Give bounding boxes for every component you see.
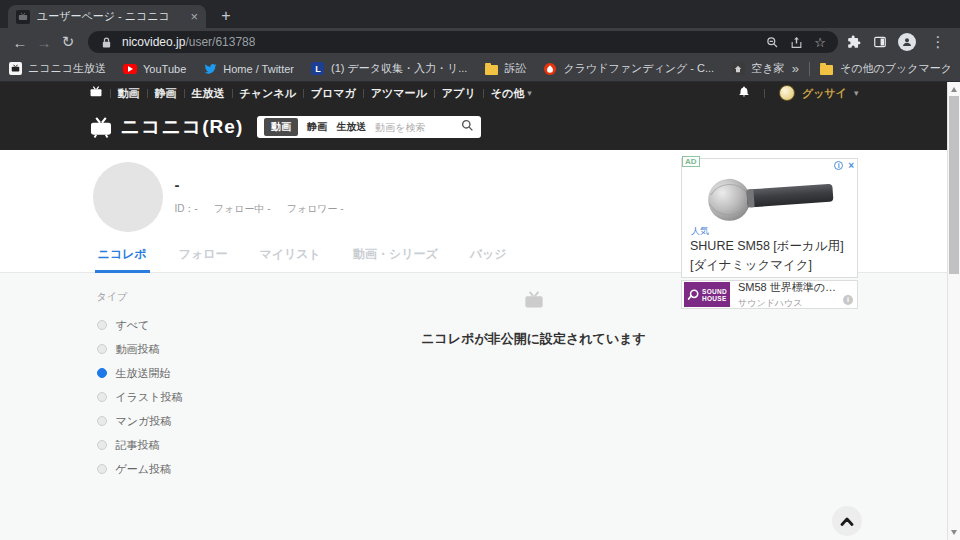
tab-follow[interactable]: フォロー [176,246,231,273]
new-tab-button[interactable]: + [216,6,236,26]
url-host: nicovideo.jp [122,35,185,49]
bookmark-nico-live[interactable]: ニコニコ生放送 [8,61,106,76]
search-tab-seiga[interactable]: 静画 [307,120,327,134]
browser-profile-avatar[interactable] [898,33,916,51]
ad-unit: 人気 SHURE SM58 [ボーカル用] [ダイナミックマイク] AD i ×… [681,158,858,309]
address-bar[interactable]: nicovideo.jp/user/613788 ☆ [88,31,838,53]
nav-other-caret-icon: ▾ [527,88,532,98]
ad-close-icon[interactable]: × [848,161,854,170]
ad-product-text[interactable]: SM58 世界標準の… [738,280,836,295]
adchoices-icon[interactable]: i [843,295,853,305]
filter-option-video-post[interactable]: 動画投稿 [97,337,183,361]
browser-menu-kebab-icon[interactable]: ⋮ [926,30,950,54]
profile-following[interactable]: フォロー中 - [214,202,271,216]
nav-atsumaru[interactable]: アツマール [371,86,427,101]
profile-tabs: ニコレポ フォロー マイリスト 動画・シリーズ バッジ [95,246,510,273]
filter-option-live-start[interactable]: 生放送開始 [97,361,183,385]
nico-tv-icon[interactable] [89,84,103,102]
nico-header: 動画 静画 生放送 チャンネル ブロマガ アツマール アプリ その他 ▾ グッサ… [0,82,947,150]
ad-tag[interactable]: 人気 [691,225,709,238]
tab-title: ユーザーページ - ニコニコ [37,9,183,24]
radio-icon[interactable] [97,440,107,450]
scrollbar-down-arrow-icon[interactable] [951,530,957,535]
ad-title-line2[interactable]: [ダイナミックマイク] [690,257,812,274]
scroll-to-top-button[interactable] [832,506,862,536]
profile-id: ID：- [175,202,198,216]
notification-bell-icon[interactable] [738,84,750,102]
folder-icon [484,62,498,76]
filter-option-game-post[interactable]: ゲーム投稿 [97,457,183,481]
share-icon[interactable] [788,34,804,50]
search-tab-live[interactable]: 生放送 [336,120,366,134]
tab-badge[interactable]: バッジ [467,246,510,273]
filter-option-illust-post[interactable]: イラスト投稿 [97,385,183,409]
extensions-puzzle-icon[interactable] [846,34,862,50]
nav-live[interactable]: 生放送 [192,86,225,101]
back-button[interactable]: ← [8,30,32,54]
bookmark-data-entry[interactable]: L (1) データ収集・入力・リ... [311,61,467,76]
tab-mylist[interactable]: マイリスト [256,246,323,273]
bookmark-akiya[interactable]: 空き家ゲートウェイ｜YA... [731,61,784,76]
campfire-icon [543,62,557,76]
forward-button[interactable]: → [32,30,56,54]
ad-product: SM58 世界標準の… サウンドハウス [738,280,836,310]
nav-other[interactable]: その他 [491,86,525,101]
bookmark-star-icon[interactable]: ☆ [812,34,828,50]
screen: ユーザーページ - ニコニコ × + ← → ↻ nicovideo.jp/us… [0,0,960,540]
filter-option-manga-post[interactable]: マンガ投稿 [97,409,183,433]
browser-tab[interactable]: ユーザーページ - ニコニコ × [8,5,206,28]
nav-seiga[interactable]: 静画 [155,86,177,101]
tab-series[interactable]: 動画・シリーズ [350,246,441,273]
other-bookmarks-button[interactable]: その他のブックマーク [820,61,952,76]
user-menu-caret-icon[interactable]: ▾ [854,88,859,98]
ad-info-icon[interactable]: i [834,161,843,170]
tab-nicorepo[interactable]: ニコレポ [95,246,150,273]
radio-icon[interactable] [97,392,107,402]
radio-icon[interactable] [97,344,107,354]
radio-selected-icon[interactable] [97,368,107,378]
ad-card[interactable]: 人気 SHURE SM58 [ボーカル用] [ダイナミックマイク] AD i × [681,158,858,278]
zoom-icon[interactable] [764,34,780,50]
profile-followers[interactable]: フォロワー - [287,202,344,216]
side-panel-icon[interactable] [872,34,888,50]
nico-live-icon [8,62,22,76]
ad-title-line1[interactable]: SHURE SM58 [ボーカル用] [690,238,844,255]
chevron-up-icon [840,517,854,526]
bookmark-soshou[interactable]: 訴訟 [484,61,526,76]
bookmark-youtube[interactable]: YouTube [123,62,186,76]
nav-blomaga[interactable]: ブロマガ [311,86,356,101]
youtube-icon [123,62,137,76]
bookmark-crowdfunding[interactable]: クラウドファンディング - C... [543,61,714,76]
radio-icon[interactable] [97,416,107,426]
profile-meta: ID：- フォロー中 - フォロワー - [175,202,344,216]
user-avatar[interactable] [779,85,795,101]
bookmarks-overflow-chevron[interactable]: » [792,61,799,76]
reload-button[interactable]: ↻ [56,30,80,54]
radio-icon[interactable] [97,320,107,330]
lock-icon [98,34,114,50]
nicovideo-page: 動画 静画 生放送 チャンネル ブロマガ アツマール アプリ その他 ▾ グッサ… [0,82,947,540]
toolbar-actions: ⋮ [846,30,952,54]
search-input[interactable] [375,122,452,133]
scrollbar-thumb[interactable] [949,96,959,274]
nico-logo[interactable]: ニコニコ(Re) [89,114,244,140]
filter-option-all[interactable]: すべて [97,313,183,337]
nav-app[interactable]: アプリ [442,86,476,101]
page-scrollbar[interactable] [947,82,960,540]
scrollbar-up-arrow-icon[interactable] [951,87,957,92]
letter-l-icon: L [311,62,325,76]
tab-close-icon[interactable]: × [190,10,198,23]
bookmarks-right: » その他のブックマーク [784,61,952,76]
ad-advertiser-card[interactable]: SOUNDHOUSE SM58 世界標準の… サウンドハウス i [681,280,858,309]
radio-icon[interactable] [97,464,107,474]
folder-icon [820,62,834,76]
site-favicon-icon [16,10,30,24]
empty-message: ニコレポが非公開に設定されています [389,330,679,348]
logged-in-username[interactable]: グッサイ [802,86,847,101]
nav-video[interactable]: 動画 [118,86,140,101]
bookmark-twitter[interactable]: Home / Twitter [203,62,294,76]
filter-option-article-post[interactable]: 記事投稿 [97,433,183,457]
search-tab-video[interactable]: 動画 [264,118,298,136]
search-magnifier-icon[interactable] [461,118,474,136]
nav-channel[interactable]: チャンネル [240,86,296,101]
